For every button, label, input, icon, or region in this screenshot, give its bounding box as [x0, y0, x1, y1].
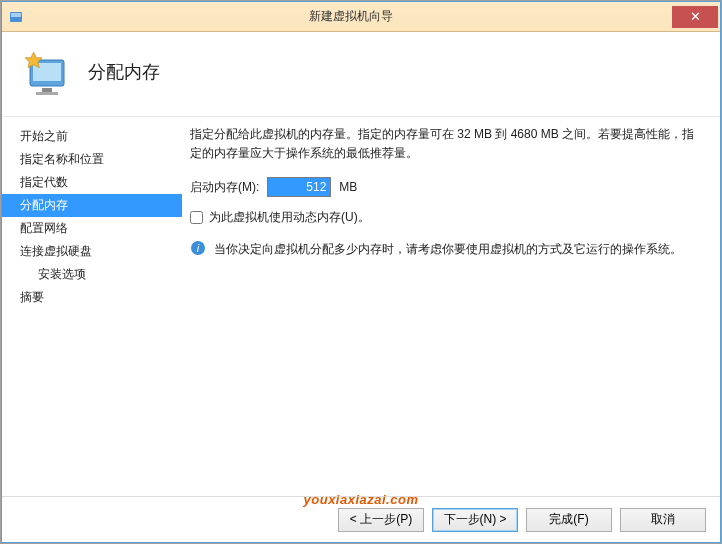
window-title: 新建虚拟机向导 [30, 8, 672, 25]
sidebar-item-name-location[interactable]: 指定名称和位置 [2, 148, 182, 171]
memory-unit: MB [339, 180, 357, 194]
previous-button[interactable]: < 上一步(P) [338, 508, 424, 532]
close-button[interactable]: ✕ [672, 6, 718, 28]
sidebar-item-memory[interactable]: 分配内存 [2, 194, 182, 217]
window-icon [8, 9, 24, 25]
sidebar-item-install-options[interactable]: 安装选项 [2, 263, 182, 286]
cancel-button[interactable]: 取消 [620, 508, 706, 532]
svg-rect-4 [42, 88, 52, 92]
close-icon: ✕ [690, 9, 701, 24]
sidebar-item-generation[interactable]: 指定代数 [2, 171, 182, 194]
info-icon: i [190, 240, 206, 256]
titlebar: 新建虚拟机向导 ✕ [2, 2, 720, 32]
sidebar-item-summary[interactable]: 摘要 [2, 286, 182, 309]
svg-rect-1 [11, 13, 21, 17]
page-title: 分配内存 [88, 60, 160, 84]
dynamic-memory-label: 为此虚拟机使用动态内存(U)。 [209, 209, 370, 226]
wizard-main: 指定分配给此虚拟机的内存量。指定的内存量可在 32 MB 到 4680 MB 之… [182, 117, 720, 496]
next-button[interactable]: 下一步(N) > [432, 508, 518, 532]
startup-memory-input[interactable] [267, 177, 331, 197]
sidebar-item-before-begin[interactable]: 开始之前 [2, 125, 182, 148]
sidebar-item-virtual-disk[interactable]: 连接虚拟硬盘 [2, 240, 182, 263]
startup-memory-label: 启动内存(M): [190, 179, 259, 196]
sidebar-item-network[interactable]: 配置网络 [2, 217, 182, 240]
description-text: 指定分配给此虚拟机的内存量。指定的内存量可在 32 MB 到 4680 MB 之… [190, 125, 700, 163]
wizard-header: 分配内存 [2, 32, 720, 117]
wizard-sidebar: 开始之前 指定名称和位置 指定代数 分配内存 配置网络 连接虚拟硬盘 安装选项 … [2, 117, 182, 496]
wizard-header-icon [20, 46, 72, 98]
dynamic-memory-checkbox[interactable] [190, 211, 203, 224]
finish-button[interactable]: 完成(F) [526, 508, 612, 532]
svg-rect-5 [36, 92, 58, 95]
info-text: 当你决定向虚拟机分配多少内存时，请考虑你要使用虚拟机的方式及它运行的操作系统。 [214, 240, 682, 258]
wizard-footer: < 上一步(P) 下一步(N) > 完成(F) 取消 [2, 496, 720, 542]
